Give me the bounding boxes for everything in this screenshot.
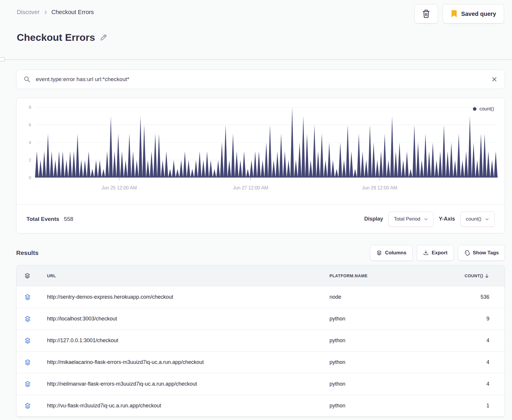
display-label: Display [364, 216, 383, 222]
page-title: Checkout Errors [17, 32, 107, 43]
cell-url: http://127.0.0.1:3001/checkout [42, 337, 329, 344]
chart-footer: Total Events 558 Display Total Period Y-… [16, 204, 505, 233]
cell-platform: python [329, 316, 441, 322]
table-row[interactable]: http://127.0.0.1:3001/checkout python 4 [16, 330, 505, 351]
cell-count: 9 [441, 316, 497, 322]
search-icon [24, 76, 31, 83]
delete-query-button[interactable] [414, 4, 438, 23]
close-icon[interactable] [491, 76, 498, 83]
trash-icon [422, 9, 430, 18]
column-header-count-label: COUNT() [465, 273, 483, 278]
stack-icon[interactable] [24, 315, 42, 322]
cell-count: 4 [441, 337, 497, 344]
stack-icon[interactable] [24, 381, 42, 388]
columns-button[interactable]: Columns [370, 245, 413, 261]
cell-url: http://vu-flask-m3uuizd7iq-uc.a.run.app/… [42, 403, 329, 409]
cell-count: 4 [441, 381, 497, 387]
cell-url: http://mikaelacarino-flask-errors-m3uuiz… [42, 359, 329, 365]
yaxis-label: Y-Axis [439, 216, 455, 222]
cell-url: http://sentry-demos-express.herokuapp.co… [42, 294, 329, 300]
chevron-right-icon [43, 10, 48, 15]
saved-query-button[interactable]: Saved query [443, 4, 504, 23]
columns-button-label: Columns [385, 250, 406, 256]
export-button-label: Export [432, 250, 448, 256]
show-tags-button[interactable]: Show Tags [458, 245, 505, 261]
svg-text:2: 2 [29, 157, 31, 162]
chevron-down-icon [424, 217, 428, 221]
events-chart[interactable]: 02468Jun 25 12:00 AMJun 27 12:00 AMJun 2… [16, 98, 505, 204]
legend-label: count() [479, 106, 494, 112]
download-icon [423, 250, 429, 256]
table-row[interactable]: http://sentry-demos-express.herokuapp.co… [16, 286, 505, 308]
cell-platform: node [329, 294, 441, 300]
total-events-value: 558 [64, 216, 73, 222]
svg-text:Jun 29 12:00 AM: Jun 29 12:00 AM [362, 185, 397, 190]
display-dropdown-value: Total Period [394, 216, 420, 222]
cell-platform: python [329, 359, 441, 365]
breadcrumb: Discover Checkout Errors [17, 9, 94, 16]
stack-icon[interactable] [24, 337, 42, 344]
cell-platform: python [329, 403, 441, 409]
column-header-platform[interactable]: PLATFORM.NAME [329, 273, 441, 278]
results-bar: Results Columns Export Show Tags [16, 245, 505, 261]
display-dropdown[interactable]: Total Period [388, 211, 434, 227]
events-chart-panel: 02468Jun 25 12:00 AMJun 27 12:00 AMJun 2… [16, 98, 505, 233]
cell-url: http://localhost:3003/checkout [42, 316, 329, 322]
cell-count: 536 [441, 294, 497, 300]
breadcrumb-current: Checkout Errors [51, 9, 94, 16]
cell-count: 1 [441, 403, 497, 409]
table-row[interactable]: http://neilmanvar-flask-errors-m3uuizd7i… [16, 373, 505, 395]
page-title-text: Checkout Errors [17, 32, 95, 43]
chart-legend[interactable]: count() [473, 106, 494, 112]
stack-icon[interactable] [24, 402, 42, 409]
search-input[interactable] [35, 76, 486, 83]
stack-icon[interactable] [24, 294, 42, 301]
stack-icon [24, 273, 42, 279]
header-divider [0, 59, 512, 60]
panel-resize-handle [0, 57, 5, 61]
breadcrumb-discover-link[interactable]: Discover [17, 9, 40, 16]
edit-pencil-icon[interactable] [100, 34, 107, 41]
yaxis-dropdown[interactable]: count() [460, 211, 495, 227]
column-header-url[interactable]: URL [42, 273, 329, 278]
table-header-row: URL PLATFORM.NAME COUNT() [16, 266, 505, 286]
columns-stack-icon [376, 250, 382, 256]
tag-icon [464, 250, 470, 256]
table-row[interactable]: http://vu-flask-m3uuizd7iq-uc.a.run.app/… [16, 395, 505, 416]
legend-dot [473, 107, 476, 111]
bookmark-icon [451, 10, 458, 18]
total-events-label: Total Events [26, 216, 59, 222]
show-tags-button-label: Show Tags [473, 250, 499, 256]
chart-controls: Display Total Period Y-Axis count() [364, 211, 495, 227]
chart-canvas: 02468Jun 25 12:00 AMJun 27 12:00 AMJun 2… [16, 98, 504, 201]
header-actions: Saved query [414, 4, 504, 23]
results-actions: Columns Export Show Tags [370, 245, 505, 261]
cell-count: 4 [441, 359, 497, 365]
results-heading: Results [16, 249, 39, 256]
search-bar [16, 70, 505, 89]
table-row[interactable]: http://localhost:3003/checkout python 9 [16, 308, 505, 330]
svg-text:Jun 27 12:00 AM: Jun 27 12:00 AM [233, 185, 268, 190]
table-row[interactable]: http://mikaelacarino-flask-errors-m3uuiz… [16, 351, 505, 373]
export-button[interactable]: Export [417, 245, 454, 261]
results-table: URL PLATFORM.NAME COUNT() http://sentry-… [16, 265, 505, 417]
sort-desc-icon [484, 273, 489, 278]
svg-text:0: 0 [29, 175, 31, 180]
cell-url: http://neilmanvar-flask-errors-m3uuizd7i… [42, 381, 329, 387]
yaxis-dropdown-value: count() [466, 216, 481, 222]
cell-platform: python [329, 337, 441, 344]
stack-icon[interactable] [24, 359, 42, 366]
svg-text:8: 8 [29, 105, 31, 110]
cell-platform: python [329, 381, 441, 387]
svg-text:6: 6 [29, 122, 31, 127]
svg-text:Jun 25 12:00 AM: Jun 25 12:00 AM [101, 185, 137, 190]
svg-text:4: 4 [29, 140, 31, 145]
chevron-down-icon [485, 217, 489, 221]
saved-query-label: Saved query [461, 11, 496, 17]
column-header-count[interactable]: COUNT() [441, 273, 497, 278]
